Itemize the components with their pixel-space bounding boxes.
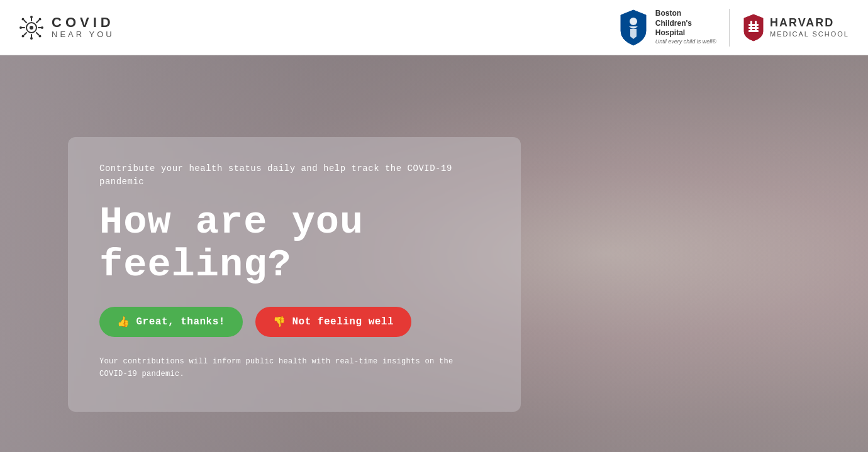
site-header: COVID NEAR YOU Boston Children's Hospita… xyxy=(0,0,868,55)
not-well-label: Not feeling well xyxy=(292,316,394,328)
site-logo[interactable]: COVID NEAR YOU xyxy=(19,15,114,40)
hero-content-card: Contribute your health status daily and … xyxy=(68,137,521,412)
svg-point-15 xyxy=(39,18,42,20)
svg-rect-23 xyxy=(755,21,757,32)
thumbs-up-icon xyxy=(117,316,130,328)
svg-rect-21 xyxy=(748,30,759,32)
svg-point-13 xyxy=(39,35,42,37)
bch-line2: Children's xyxy=(655,19,716,29)
svg-point-11 xyxy=(22,18,25,20)
bch-text-block: Boston Children's Hospital Until every c… xyxy=(655,9,716,45)
not-feeling-well-button[interactable]: Not feeling well xyxy=(255,307,411,337)
hero-section: Contribute your health status daily and … xyxy=(0,55,868,452)
svg-line-10 xyxy=(25,20,27,23)
svg-point-5 xyxy=(30,37,33,40)
svg-point-9 xyxy=(41,26,43,29)
great-thanks-button[interactable]: Great, thanks! xyxy=(99,307,243,337)
harvard-school: MEDICAL SCHOOL xyxy=(770,30,849,38)
thumbs-down-icon xyxy=(273,316,286,328)
logo-near-you-text: NEAR YOU xyxy=(52,30,114,39)
svg-line-14 xyxy=(36,20,39,23)
bch-line3: Hospital xyxy=(655,28,716,38)
logo-covid-text: COVID xyxy=(52,15,114,30)
harvard-shield-icon xyxy=(742,14,765,41)
svg-point-1 xyxy=(30,26,33,30)
bch-tagline: Until every child is well® xyxy=(655,38,716,46)
hero-main-title: How are you feeling? xyxy=(99,201,489,287)
covid-logo-icon xyxy=(19,15,44,40)
svg-point-18 xyxy=(630,18,637,25)
logo-text-block: COVID NEAR YOU xyxy=(52,15,114,39)
hero-disclaimer: Your contributions will inform public he… xyxy=(99,356,464,380)
harvard-text-block: HARVARD MEDICAL SCHOOL xyxy=(770,16,849,38)
svg-rect-22 xyxy=(750,21,752,32)
svg-point-17 xyxy=(22,35,25,37)
bch-logo: Boston Children's Hospital Until every c… xyxy=(618,9,730,47)
partner-logos: Boston Children's Hospital Until every c… xyxy=(618,9,849,47)
bch-line1: Boston xyxy=(655,9,716,19)
hero-subtitle: Contribute your health status daily and … xyxy=(99,162,489,189)
harvard-name: HARVARD xyxy=(770,16,849,30)
great-thanks-label: Great, thanks! xyxy=(136,316,225,328)
svg-line-16 xyxy=(25,33,27,35)
cta-button-row: Great, thanks! Not feeling well xyxy=(99,307,489,337)
harvard-logo: HARVARD MEDICAL SCHOOL xyxy=(742,14,849,41)
svg-rect-20 xyxy=(748,27,759,29)
bch-shield-icon xyxy=(618,9,649,47)
svg-point-3 xyxy=(30,16,33,18)
svg-point-7 xyxy=(19,26,22,29)
svg-line-12 xyxy=(36,33,39,35)
svg-rect-19 xyxy=(748,24,759,26)
